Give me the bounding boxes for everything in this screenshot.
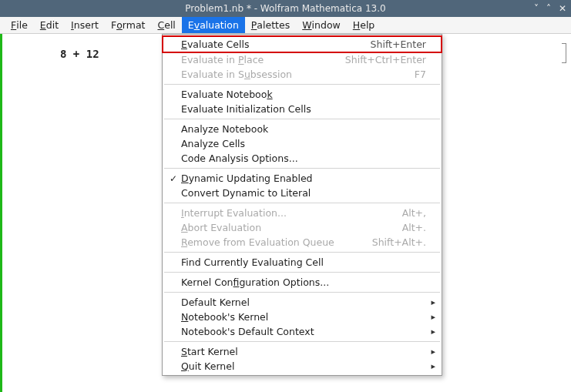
- menu-item-default-kernel[interactable]: Default Kernel▸: [163, 295, 442, 310]
- window-close-icon[interactable]: ✕: [559, 4, 566, 13]
- submenu-arrow-icon: ▸: [426, 347, 435, 357]
- menu-item-label: Code Analysis Options...: [181, 152, 411, 164]
- cell-bracket[interactable]: [562, 43, 566, 63]
- menu-item-analyze-cells[interactable]: Analyze Cells: [163, 136, 442, 151]
- menu-item-label: Kernel Configuration Options...: [181, 276, 411, 288]
- menu-item-evaluate-initialization-cells[interactable]: Evaluate Initialization Cells: [163, 102, 442, 116]
- menu-item-label: Evaluate Notebook: [181, 89, 411, 100]
- menu-item-interrupt-evaluation: Interrupt Evaluation...Alt+,: [163, 206, 442, 220]
- menu-help[interactable]: Help: [347, 17, 381, 33]
- menu-format[interactable]: Format: [105, 17, 152, 33]
- menu-item-label: Notebook's Default Context: [181, 326, 411, 337]
- menu-item-label: Evaluate in Place: [181, 54, 330, 65]
- menu-item-label: Default Kernel: [181, 297, 411, 308]
- menu-item-label: Quit Kernel: [181, 360, 411, 372]
- evaluation-menu-dropdown: Evaluate CellsShift+EnterEvaluate in Pla…: [162, 34, 442, 376]
- menu-item-evaluate-cells[interactable]: Evaluate CellsShift+Enter: [163, 36, 442, 52]
- left-edge-strip: [0, 34, 2, 392]
- menu-item-label: Remove from Evaluation Queue: [181, 236, 357, 248]
- menu-evaluation[interactable]: Evaluation: [182, 17, 245, 33]
- menu-item-label: Evaluate Initialization Cells: [181, 103, 411, 115]
- window-minimize-icon[interactable]: ˅: [534, 4, 539, 13]
- menu-separator: [164, 292, 440, 293]
- menu-item-kernel-configuration-options[interactable]: Kernel Configuration Options...: [163, 275, 442, 290]
- menu-check-icon: ✓: [166, 173, 181, 184]
- window-titlebar: Problem1.nb * - Wolfram Mathematica 13.0…: [0, 0, 571, 17]
- menu-item-label: Abort Evaluation: [181, 222, 387, 233]
- menu-item-accelerator: Alt+.: [387, 222, 426, 233]
- menu-item-start-kernel[interactable]: Start Kernel▸: [163, 344, 442, 359]
- menu-item-accelerator: F7: [399, 69, 426, 80]
- menu-separator: [164, 168, 440, 169]
- menu-separator: [164, 84, 440, 85]
- menu-item-quit-kernel[interactable]: Quit Kernel▸: [163, 359, 442, 374]
- menu-file[interactable]: File: [5, 17, 34, 33]
- menu-item-notebook-s-default-context[interactable]: Notebook's Default Context▸: [163, 324, 442, 339]
- menu-item-abort-evaluation: Abort EvaluationAlt+.: [163, 220, 442, 235]
- window-controls: ˅ ˄ ✕: [534, 4, 566, 13]
- menu-separator: [164, 119, 440, 119]
- menu-item-label: Start Kernel: [181, 346, 411, 357]
- menu-item-evaluate-in-place: Evaluate in PlaceShift+Ctrl+Enter: [163, 52, 442, 67]
- menu-window[interactable]: Window: [296, 17, 347, 33]
- submenu-arrow-icon: ▸: [426, 297, 435, 307]
- menu-item-label: Analyze Notebook: [181, 123, 411, 135]
- menu-item-evaluate-notebook[interactable]: Evaluate Notebook: [163, 87, 442, 102]
- window-maximize-icon[interactable]: ˄: [546, 4, 551, 13]
- submenu-arrow-icon: ▸: [426, 327, 435, 337]
- menu-item-dynamic-updating-enabled[interactable]: ✓Dynamic Updating Enabled: [163, 171, 442, 186]
- menu-item-label: Evaluate Cells: [181, 39, 355, 50]
- menu-item-accelerator: Shift+Alt+.: [357, 236, 426, 248]
- menu-item-code-analysis-options[interactable]: Code Analysis Options...: [163, 151, 442, 166]
- menu-insert[interactable]: Insert: [65, 17, 105, 33]
- submenu-arrow-icon: ▸: [426, 361, 435, 371]
- menu-item-label: Analyze Cells: [181, 138, 411, 149]
- menu-item-label: Notebook's Kernel: [181, 311, 411, 323]
- menu-separator: [164, 252, 440, 253]
- menu-item-analyze-notebook[interactable]: Analyze Notebook: [163, 122, 442, 136]
- menu-palettes[interactable]: Palettes: [245, 17, 296, 33]
- menu-separator: [164, 203, 440, 203]
- menu-item-accelerator: Shift+Enter: [355, 39, 426, 50]
- menu-separator: [164, 272, 440, 273]
- menu-cell[interactable]: Cell: [151, 17, 181, 33]
- menu-item-label: Dynamic Updating Enabled: [181, 173, 411, 184]
- menu-item-accelerator: Shift+Ctrl+Enter: [330, 54, 426, 65]
- menu-item-remove-from-evaluation-queue: Remove from Evaluation QueueShift+Alt+.: [163, 235, 442, 250]
- menu-edit[interactable]: Edit: [34, 17, 65, 33]
- input-cell[interactable]: 8 + 12: [60, 48, 99, 60]
- menu-item-evaluate-in-subsession: Evaluate in SubsessionF7: [163, 67, 442, 82]
- menu-item-find-currently-evaluating-cell[interactable]: Find Currently Evaluating Cell: [163, 255, 442, 270]
- window-title: Problem1.nb * - Wolfram Mathematica 13.0: [0, 3, 571, 14]
- menu-item-label: Convert Dynamic to Literal: [181, 187, 411, 199]
- menu-item-convert-dynamic-to-literal[interactable]: Convert Dynamic to Literal: [163, 186, 442, 200]
- submenu-arrow-icon: ▸: [426, 312, 435, 322]
- menu-item-notebook-s-kernel[interactable]: Notebook's Kernel▸: [163, 310, 442, 324]
- menu-item-label: Interrupt Evaluation...: [181, 207, 387, 219]
- menu-item-label: Find Currently Evaluating Cell: [181, 256, 411, 268]
- menubar: FileEditInsertFormatCellEvaluationPalett…: [0, 17, 571, 34]
- menu-item-accelerator: Alt+,: [387, 207, 426, 219]
- menu-separator: [164, 341, 440, 342]
- menu-item-label: Evaluate in Subsession: [181, 69, 399, 80]
